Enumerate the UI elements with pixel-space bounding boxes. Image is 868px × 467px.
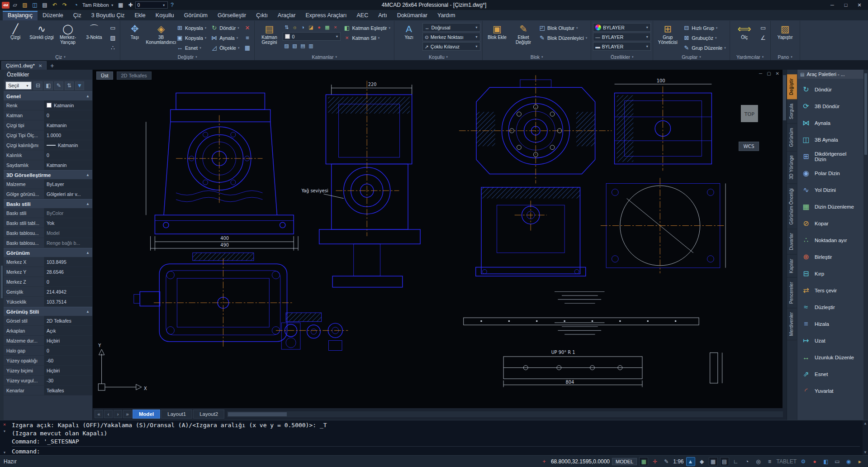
palette-item-k-rp[interactable]: ⊟Kırp xyxy=(797,265,863,282)
palette-tab-merdivenler[interactable]: Merdivenler xyxy=(787,308,797,340)
select-objects-icon[interactable]: ◧ xyxy=(44,81,53,90)
layer-states-icon[interactable]: ⇅ xyxy=(283,24,290,31)
open-file-icon[interactable]: ▨ xyxy=(20,1,29,9)
tab-ba-lang[interactable]: Başlangıç xyxy=(3,11,38,20)
sketch-icon[interactable]: ✎ xyxy=(662,457,671,466)
ribbon-button-pointico[interactable]: ∴ xyxy=(108,43,118,52)
ribbon-button-d-nd-r[interactable]: ↻Döndür▾ xyxy=(209,23,241,33)
snap-mode-icon[interactable]: ▦ xyxy=(709,457,718,466)
section-header-3d-g-rselle-tirme[interactable]: 3D Görselleştirme▲ xyxy=(4,170,92,179)
lineweight-display-icon[interactable]: ≡ xyxy=(765,457,774,466)
ribbon-button-ruler[interactable]: ▭ xyxy=(758,23,768,33)
screen-icon[interactable]: ▭ xyxy=(833,457,842,466)
ribbon-group-label[interactable]: Pano▾ xyxy=(772,53,799,60)
layer-isolate-icon[interactable]: ▦ xyxy=(323,24,331,31)
palette-tab-kap-lar[interactable]: Kapılar xyxy=(787,255,797,278)
ribbon-button-katman-gezgini[interactable]: ▤Katman Gezgini xyxy=(256,22,282,53)
tab-iz[interactable]: Çiz xyxy=(68,11,86,20)
ribbon-button-etiket-de-i-tir[interactable]: ✎Etiket Değiştir xyxy=(511,22,536,53)
tab-g-r-n-m[interactable]: Görünüm xyxy=(179,11,213,20)
layout-tab-model[interactable]: Model xyxy=(133,410,160,419)
layer-lock-icon[interactable]: ◪ xyxy=(307,24,314,31)
add-palette-icon[interactable]: ✚ xyxy=(126,1,135,9)
tab-ekle[interactable]: Ekle xyxy=(130,11,151,20)
properties-scrollbar[interactable] xyxy=(0,70,4,420)
ribbon-group-label[interactable]: Gruplar▾ xyxy=(654,53,728,60)
palette-item-d-nd-r[interactable]: ↻Döndür xyxy=(797,81,863,98)
palette-tab-g-r-n-m[interactable]: Görünüm xyxy=(787,124,797,152)
ribbon-button-s-rekli-izgi[interactable]: ∿Sürekli çizgi xyxy=(29,22,54,53)
record-icon[interactable]: ● xyxy=(810,457,819,466)
minimize-icon[interactable]: ─ xyxy=(759,71,762,76)
viewport-button-2d-telkafes[interactable]: 2D Telkafes xyxy=(117,71,152,80)
ribbon-group-label[interactable]: Çiz▾ xyxy=(2,53,119,60)
ribbon-button-esnet[interactable]: ↔Esnet▾ xyxy=(175,43,208,52)
chevron-down-icon[interactable]: ▾ xyxy=(3,450,6,455)
dimlead-combo[interactable]: ↗Çoklu Kılavuz▼ xyxy=(422,42,480,51)
ribbon-button-erase[interactable]: ✕ xyxy=(242,23,252,33)
property-value[interactable]: -60 xyxy=(44,356,92,365)
property-value[interactable]: Açık xyxy=(44,326,92,335)
section-header-bask-stili[interactable]: Baskı stili▲ xyxy=(4,199,92,208)
dimcen-combo[interactable]: ⊙Merkez Noktası▼ xyxy=(422,33,480,41)
ribbon-button-rect[interactable]: ▭ xyxy=(108,23,118,33)
palette-tab-3d-y-r-nge[interactable]: 3D Yörünge xyxy=(787,151,797,184)
palette-tab-pencereler[interactable]: Pencereler xyxy=(787,278,797,308)
palette-item-d-zle-tir[interactable]: ≈Düzleştir xyxy=(797,299,863,315)
property-value[interactable]: 2D Telkafes xyxy=(44,316,92,325)
property-value[interactable]: Katmanin xyxy=(44,100,92,110)
maximize-button[interactable]: □ xyxy=(839,1,853,9)
property-value[interactable]: Telkafes xyxy=(44,386,92,395)
ribbon-group-label[interactable]: Blok▾ xyxy=(484,53,590,60)
restore-icon[interactable]: ▢ xyxy=(767,71,771,76)
ribbon-button-offset[interactable]: ≡ xyxy=(242,33,252,43)
view-cube[interactable]: TOP xyxy=(741,105,758,122)
save-icon[interactable]: ◫ xyxy=(30,1,39,9)
user-icon[interactable]: ◧ xyxy=(821,457,830,466)
globe-icon[interactable]: ◉ xyxy=(844,457,853,466)
property-value[interactable]: 0 xyxy=(44,277,92,286)
close-icon[interactable]: ✕ xyxy=(776,71,779,76)
palette-item-uzat[interactable]: ↦Uzat xyxy=(797,332,863,349)
notification-icon[interactable]: ▸ xyxy=(855,457,864,466)
minimize-button[interactable]: ─ xyxy=(825,1,839,9)
print-icon[interactable]: ▤ xyxy=(40,1,49,9)
palette-item-polar-dizin[interactable]: ◉Polar Dizin xyxy=(797,165,863,181)
scroll-down-icon[interactable]: ▼ xyxy=(864,450,867,454)
new-file-icon[interactable]: ▱ xyxy=(10,1,19,9)
palette-item-uzunluk-d-zenle[interactable]: ↔Uzunluk Düzenle xyxy=(797,349,863,366)
palette-item-birle-tir[interactable]: ⊕Birleştir xyxy=(797,248,863,265)
sync-selection-icon[interactable]: ⇅ xyxy=(65,81,74,90)
palette-tab-duvarlar[interactable]: Duvarlar xyxy=(787,229,797,255)
ribbon-button-kopyala[interactable]: ▣Kopyala▾ xyxy=(175,33,208,43)
ribbon-button-l-ekle[interactable]: ◿Ölçekle▾ xyxy=(209,43,241,52)
layer-color-icon[interactable]: ● xyxy=(315,24,323,31)
ribbon-button-h-zl-grup[interactable]: ⊟Hızlı Grup▾ xyxy=(681,23,727,33)
layer-on-icon[interactable]: ☼ xyxy=(291,24,298,31)
viewport-button-st[interactable]: Üst xyxy=(96,71,113,80)
last-tab-icon[interactable]: » xyxy=(123,410,132,418)
new-document-button[interactable]: + xyxy=(48,62,56,70)
ribbon-button-grup-d-zenle[interactable]: ✎Grup Düzenle▾ xyxy=(681,43,727,52)
ribbon-group-label[interactable]: Koşullu▾ xyxy=(395,53,481,60)
property-value[interactable]: 214.4942 xyxy=(44,287,92,296)
tab-kt[interactable]: Çıktı xyxy=(251,11,273,20)
palette-item-noktadan-ay-r[interactable]: ∴Noktadan ayır xyxy=(797,232,863,248)
palette-header[interactable]: ▤ Araç Paletleri - ... xyxy=(797,70,863,79)
property-value[interactable]: 28.6546 xyxy=(44,267,92,276)
palette-item-yol-dizini[interactable]: ∿Yol Dizini xyxy=(797,181,863,198)
selection-filter-combo[interactable]: Seçil ▼ xyxy=(5,81,32,90)
app-icon[interactable]: 4M xyxy=(2,2,9,9)
dimlin-combo[interactable]: ↔Doğrusal▼ xyxy=(422,23,480,32)
section-header-g-r-n-stili[interactable]: Görünüş Stili▲ xyxy=(4,307,92,316)
property-value[interactable]: Hiçbiri xyxy=(44,366,92,375)
model-space-button[interactable]: MODEL xyxy=(612,458,637,465)
layer-thaw-icon[interactable]: ▧ xyxy=(291,42,298,49)
property-value[interactable]: 103.8495 xyxy=(44,257,92,267)
paper-model-toggle-icon[interactable]: ▦ xyxy=(639,457,648,466)
layout-tab-layout2[interactable]: Layout2 xyxy=(193,410,224,419)
property-value[interactable]: Renge bağlı b... xyxy=(44,238,92,248)
ribbon-button-blok-ekle[interactable]: ▣Blok Ekle xyxy=(484,22,510,53)
property-value[interactable]: Yok xyxy=(44,218,92,228)
ortho-mode-icon[interactable]: ∟ xyxy=(731,457,740,466)
